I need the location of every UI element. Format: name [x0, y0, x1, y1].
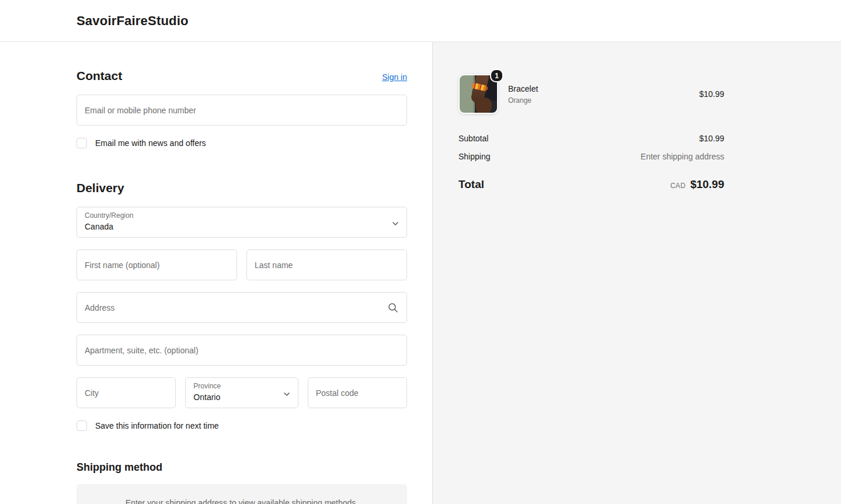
total-label: Total	[458, 178, 484, 191]
postal-code-input[interactable]	[308, 377, 407, 408]
total-value: $10.99	[690, 178, 724, 191]
contact-section-header: Contact Sign in	[77, 68, 407, 84]
product-variant: Orange	[508, 96, 699, 105]
shipping-method-empty-notice: Enter your shipping address to view avai…	[77, 484, 407, 504]
shipping-method-empty-text: Enter your shipping address to view avai…	[126, 498, 358, 504]
total-row: Total CAD $10.99	[458, 178, 724, 191]
shipping-row: Shipping Enter shipping address	[458, 152, 724, 162]
cart-line-item: 1 Bracelet Orange $10.99	[458, 74, 724, 114]
province-select-value: Ontario	[193, 392, 276, 403]
apartment-input[interactable]	[77, 335, 407, 366]
currency-code: CAD	[670, 182, 686, 190]
shipping-value: Enter shipping address	[641, 152, 724, 162]
newsletter-label: Email me with news and offers	[95, 138, 206, 148]
email-input[interactable]	[77, 95, 407, 126]
shipping-label: Shipping	[458, 152, 491, 162]
last-name-input[interactable]	[246, 249, 407, 280]
city-input[interactable]	[77, 377, 176, 408]
cost-summary: Subtotal $10.99 Shipping Enter shipping …	[458, 134, 724, 191]
newsletter-option: Email me with news and offers	[77, 138, 407, 148]
order-summary-panel: 1 Bracelet Orange $10.99 Subtotal $10.99…	[433, 42, 841, 504]
checkout-form-column: Contact Sign in Email me with news and o…	[0, 42, 433, 504]
subtotal-label: Subtotal	[458, 134, 488, 144]
delivery-title: Delivery	[77, 180, 407, 196]
shipping-method-title: Shipping method	[77, 461, 407, 474]
province-select-label: Province	[193, 382, 276, 391]
save-info-checkbox[interactable]	[77, 420, 87, 431]
save-info-label: Save this information for next time	[95, 420, 219, 431]
save-info-option: Save this information for next time	[77, 420, 407, 431]
checkout-header: SavoirFaireStudio	[0, 0, 841, 42]
first-name-input[interactable]	[77, 249, 237, 280]
quantity-badge: 1	[490, 69, 503, 82]
search-icon	[388, 303, 398, 315]
product-price: $10.99	[699, 89, 724, 99]
product-name: Bracelet	[508, 84, 699, 94]
sign-in-link[interactable]: Sign in	[382, 72, 407, 82]
country-select-label: Country/Region	[85, 211, 385, 220]
chevron-down-icon	[283, 390, 290, 400]
subtotal-value: $10.99	[699, 134, 724, 144]
store-logo[interactable]: SavoirFaireStudio	[77, 13, 189, 29]
address-input[interactable]	[77, 292, 407, 323]
country-select-value: Canada	[85, 221, 385, 232]
chevron-down-icon	[392, 219, 399, 230]
province-select[interactable]: Province Ontario	[185, 377, 298, 408]
checkout-main: Contact Sign in Email me with news and o…	[0, 42, 841, 504]
contact-title: Contact	[77, 68, 122, 84]
country-select[interactable]: Country/Region Canada	[77, 207, 407, 238]
subtotal-row: Subtotal $10.99	[458, 134, 724, 144]
newsletter-checkbox[interactable]	[77, 138, 87, 148]
